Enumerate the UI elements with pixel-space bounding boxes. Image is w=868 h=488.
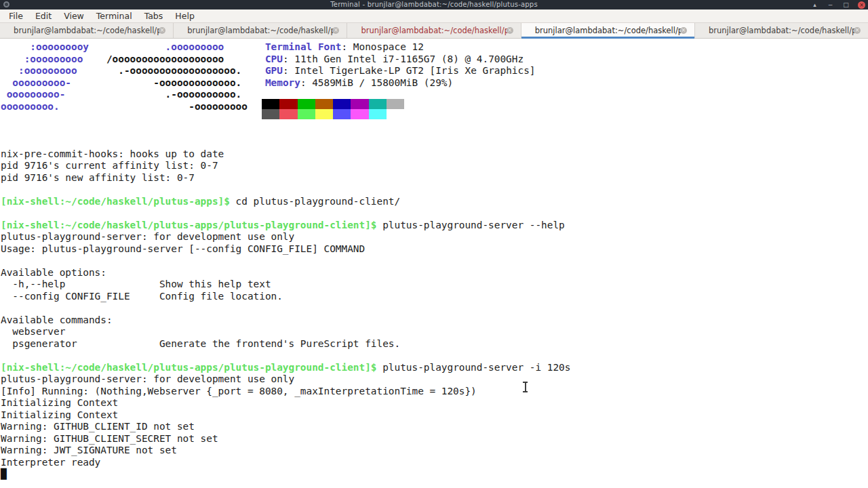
tab-3[interactable]: brunjlar@lambdabat:~/code/haskell/plutus… — [347, 23, 521, 38]
tab-label: brunjlar@lambdabat:~/code/haskell/plutus… — [187, 26, 333, 35]
terminal-window: Terminal - brunjlar@lambdabat:~/code/has… — [0, 0, 868, 488]
color-swatch — [262, 99, 279, 109]
menu-view[interactable]: View — [58, 10, 90, 22]
terminal-output-line: [nix-shell:~/code/haskell/plutus-apps/pl… — [1, 362, 868, 374]
menu-tabs[interactable]: Tabs — [138, 10, 170, 22]
ansi-color-palette-row-1 — [262, 99, 404, 109]
terminal-output-line: -h,--help Show this help text — [1, 279, 868, 291]
terminal-output-line: ooooooooo- -ooooooooooooo. Memory: 4589M… — [1, 77, 868, 89]
tab-close-icon[interactable]: × — [332, 27, 339, 34]
terminal-output-line: Available commands: — [1, 314, 868, 327]
color-swatch — [369, 99, 387, 109]
ansi-color-palette-row-2 — [262, 109, 404, 119]
menu-terminal[interactable]: Terminal — [90, 10, 138, 22]
terminal-output-line: :ooooooooy .ooooooooo Terminal Font: Mon… — [1, 41, 868, 54]
tab-label: brunjlar@lambdabat:~/code/haskell/plutus… — [709, 26, 854, 35]
menu-edit[interactable]: Edit — [29, 10, 58, 22]
terminal-output-line: [Info] Running: (Nothing,Webserver {_por… — [1, 386, 868, 398]
tab-label: brunjlar@lambdabat:~/code/haskell/plutus… — [14, 26, 159, 35]
color-swatch — [279, 99, 297, 109]
terminal-output-line — [1, 184, 868, 196]
tab-label: brunjlar@lambdabat:~/code/haskell/plutus… — [361, 26, 507, 35]
color-swatch — [351, 99, 368, 109]
color-swatch — [333, 109, 351, 119]
terminal-output-line: :ooooooooo /ooooooooooooooooooo CPU: 11t… — [1, 54, 868, 66]
terminal-output-line: Warning: GITHUB_CLIENT_SECRET not set — [1, 433, 868, 445]
color-swatch — [298, 99, 315, 109]
terminal-output-line — [1, 136, 868, 148]
terminal-output-line: Usage: plutus-playground-server [--confi… — [1, 243, 868, 256]
color-swatch — [351, 109, 368, 119]
color-swatch — [369, 109, 387, 119]
terminal-output-line: :ooooooooo .-oooooooooooooooooo. GPU: In… — [1, 65, 868, 77]
maximize-button[interactable]: □ — [842, 0, 850, 9]
tab-close-icon[interactable]: × — [159, 27, 165, 34]
tab-5[interactable]: brunjlar@lambdabat:~/code/haskell/plutus… — [695, 23, 868, 38]
color-swatch — [279, 109, 297, 119]
terminal-output-line: Warning: GITHUB_CLIENT_ID not set — [1, 421, 868, 433]
tab-bar: brunjlar@lambdabat:~/code/haskell/plutus… — [0, 23, 868, 39]
terminal-output-line: plutus-playground-server: for developmen… — [1, 231, 868, 243]
tab-4[interactable]: brunjlar@lambdabat:~/code/haskell/plutus… — [521, 23, 695, 38]
terminal-output-line: plutus-playground-server: for developmen… — [1, 373, 868, 386]
titlebar: Terminal - brunjlar@lambdabat:~/code/has… — [0, 0, 868, 9]
window-controls: ▴−□× — [811, 0, 865, 9]
terminal-output-line: Interpreter ready — [1, 457, 868, 469]
terminal-output-line: ooooooooo. -ooooooooo — [1, 101, 868, 113]
terminal-output-line: webserver — [1, 326, 868, 338]
tab-2[interactable]: brunjlar@lambdabat:~/code/haskell/plutus… — [174, 23, 347, 38]
terminal-output-line — [1, 302, 868, 314]
terminal-output-line: █ — [1, 468, 868, 481]
terminal-output-line: ooooooooo- .-oooooooooo. — [1, 89, 868, 101]
terminal-viewport[interactable]: :ooooooooy .ooooooooo Terminal Font: Mon… — [0, 39, 868, 488]
tab-close-icon[interactable]: × — [507, 27, 513, 34]
terminal-output-line: psgenerator Generate the frontend's Pure… — [1, 338, 868, 350]
minimize-button[interactable]: − — [827, 0, 834, 9]
color-swatch — [387, 109, 404, 119]
color-swatch — [315, 109, 333, 119]
color-swatch — [387, 99, 404, 109]
terminal-output-line: Warning: JWT_SIGNATURE not set — [1, 445, 868, 457]
tab-close-icon[interactable]: × — [680, 27, 687, 34]
tab-close-icon[interactable]: × — [854, 27, 861, 34]
terminal-output-line: Available options: — [1, 267, 868, 279]
close-button[interactable]: × — [858, 1, 865, 9]
menu-file[interactable]: File — [3, 10, 29, 22]
tab-label: brunjlar@lambdabat:~/code/haskell/plutus… — [535, 26, 681, 35]
text-ibeam-pointer-icon — [522, 382, 528, 392]
terminal-output-line — [1, 255, 868, 267]
color-swatch — [315, 99, 333, 109]
menu-help[interactable]: Help — [169, 10, 201, 22]
tab-1[interactable]: brunjlar@lambdabat:~/code/haskell/plutus… — [0, 23, 174, 38]
menubar: FileEditViewTerminalTabsHelp — [0, 9, 868, 23]
terminal-output-line — [1, 125, 868, 137]
terminal-output-line: [nix-shell:~/code/haskell/plutus-apps/pl… — [1, 220, 868, 232]
color-swatch — [262, 109, 279, 119]
color-swatch — [333, 99, 351, 109]
terminal-output-line — [1, 207, 868, 220]
terminal-output: :ooooooooy .ooooooooo Terminal Font: Mon… — [1, 41, 868, 481]
terminal-output-line: pid 9716's current affinity list: 0-7 — [1, 160, 868, 172]
shade-button[interactable]: ▴ — [811, 0, 818, 9]
terminal-output-line: [nix-shell:~/code/haskell/plutus-apps]$ … — [1, 196, 868, 208]
terminal-output-line: --config CONFIG_FILE Config file locatio… — [1, 291, 868, 303]
terminal-output-line: pid 9716's new affinity list: 0-7 — [1, 172, 868, 184]
color-swatch — [298, 109, 315, 119]
terminal-output-line — [1, 113, 868, 125]
terminal-output-line: nix-pre-commit-hooks: hooks up to date — [1, 148, 868, 161]
terminal-output-line — [1, 350, 868, 362]
terminal-output-line: Initializing Context — [1, 409, 868, 422]
window-title: Terminal - brunjlar@lambdabat:~/code/has… — [0, 0, 868, 9]
terminal-output-line: Initializing Context — [1, 397, 868, 409]
